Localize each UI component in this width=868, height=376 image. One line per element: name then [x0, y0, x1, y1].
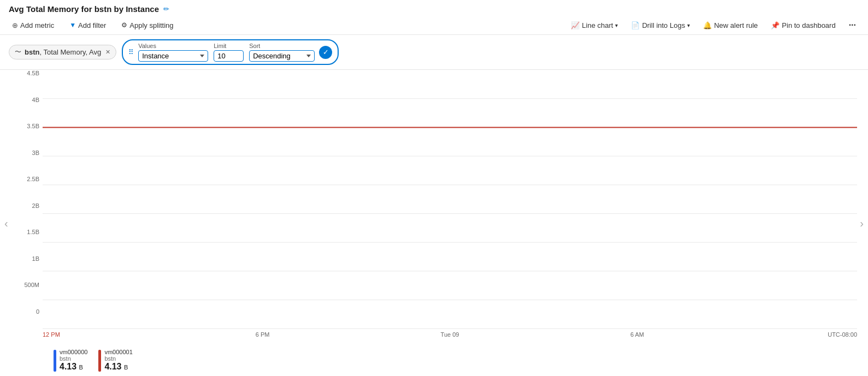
y-axis: 4.5B 4B 3.5B 3B 2.5B 2B 1.5B 1B 500M 0 [11, 70, 43, 315]
sort-select[interactable]: Descending Ascending [249, 50, 315, 62]
add-filter-label: Add filter [78, 21, 106, 29]
pin-dashboard-button[interactable]: 📌 Pin to dashboard [767, 20, 839, 31]
new-alert-label: New alert rule [714, 21, 758, 29]
legend-text-0: vm000000 bstn 4.13 B [60, 349, 87, 372]
add-filter-button[interactable]: ▼ Add filter [66, 20, 109, 31]
nav-arrow-right[interactable]: › [855, 212, 868, 234]
chart-plot [43, 70, 857, 331]
y-label-4-5b: 4.5B [27, 70, 39, 76]
y-label-3-5b: 3.5B [27, 123, 39, 129]
splitting-grip-icon: ⠿ [128, 48, 134, 56]
line-chart-button[interactable]: 📈 Line chart ▾ [568, 20, 621, 31]
legend-unit-0: B [79, 364, 83, 371]
limit-label: Limit [214, 43, 244, 49]
legend-text-1: vm000001 bstn 4.13 B [104, 349, 132, 372]
x-label-6pm: 6 PM [256, 331, 270, 338]
line-chart-icon: 📈 [571, 21, 580, 29]
legend-bstn-1: bstn [104, 355, 132, 362]
add-metric-icon: ⊕ [12, 21, 18, 29]
y-label-1b: 1B [32, 255, 39, 262]
x-label-utc: UTC-08:00 [828, 331, 857, 338]
legend-bstn-0: bstn [60, 355, 87, 362]
toolbar-left: ⊕ Add metric ▼ Add filter ⚙ Apply splitt… [9, 20, 177, 31]
header: Avg Total Memory for bstn by Instance ✏ [0, 0, 868, 16]
confirm-splitting-button[interactable]: ✓ [319, 46, 332, 59]
legend-item-0: vm000000 bstn 4.13 B [54, 349, 87, 372]
y-label-0: 0 [36, 308, 39, 315]
alert-icon: 🔔 [703, 21, 712, 29]
splitting-icon: ⚙ [121, 21, 127, 29]
values-select[interactable]: Instance Resource Group Subscription [138, 50, 208, 62]
y-label-500m: 500M [24, 282, 39, 288]
page-title: Avg Total Memory for bstn by Instance [9, 4, 159, 14]
y-label-3b: 3B [32, 150, 39, 156]
add-metric-button[interactable]: ⊕ Add metric [9, 20, 57, 31]
metric-wave-icon: 〜 [15, 47, 21, 57]
drill-logs-label: Drill into Logs [642, 21, 685, 29]
y-label-4b: 4B [32, 97, 39, 103]
metric-pill-text: bstn, Total Memory, Avg [25, 48, 101, 56]
line-chart-label: Line chart [582, 21, 613, 29]
legend-item-1: vm000001 bstn 4.13 B [98, 349, 132, 372]
page-wrapper: Avg Total Memory for bstn by Instance ✏ … [0, 0, 868, 376]
drill-logs-chevron-icon: ▾ [687, 22, 690, 28]
apply-splitting-button[interactable]: ⚙ Apply splitting [118, 20, 176, 31]
x-label-12pm: 12 PM [43, 331, 60, 338]
legend-bar-1 [98, 350, 101, 372]
toolbar: ⊕ Add metric ▼ Add filter ⚙ Apply splitt… [0, 16, 868, 35]
filter-icon: ▼ [69, 21, 76, 29]
sort-label: Sort [249, 43, 315, 49]
sort-field: Sort Descending Ascending [249, 43, 315, 62]
legend-vm-1: vm000001 [104, 349, 132, 355]
metric-pill-close[interactable]: ✕ [105, 49, 110, 56]
y-label-2b: 2B [32, 202, 39, 209]
more-options-button[interactable]: ··· [846, 19, 859, 31]
splitting-box: ⠿ Values Instance Resource Group Subscri… [122, 39, 339, 65]
legend-bar-0 [54, 350, 56, 372]
pin-icon: 📌 [771, 21, 780, 29]
line-chart-chevron-icon: ▾ [615, 22, 618, 28]
metric-pill: 〜 bstn, Total Memory, Avg ✕ [9, 45, 116, 59]
new-alert-button[interactable]: 🔔 New alert rule [700, 20, 761, 31]
drill-logs-button[interactable]: 📄 Drill into Logs ▾ [628, 20, 693, 31]
legend-value-0: 4.13 B [60, 362, 87, 372]
limit-field: Limit [214, 43, 244, 62]
values-label: Values [138, 43, 208, 49]
apply-splitting-label: Apply splitting [129, 21, 173, 29]
legend-unit-1: B [124, 364, 128, 371]
nav-arrow-left[interactable]: ‹ [0, 212, 13, 234]
pin-dashboard-label: Pin to dashboard [782, 21, 835, 29]
chart-svg [43, 70, 857, 331]
chart-area: 4.5B 4B 3.5B 3B 2.5B 2B 1.5B 1B 500M 0 [11, 70, 857, 331]
x-label-tue09: Tue 09 [441, 331, 459, 338]
legend-value-1: 4.13 B [104, 362, 132, 372]
chart-container: ‹ › 4.5B 4B 3.5B 3B 2.5B 2B 1.5B 1B 500M… [0, 70, 868, 376]
x-label-6am: 6 AM [630, 331, 644, 338]
limit-input[interactable] [214, 50, 244, 62]
x-axis: 12 PM 6 PM Tue 09 6 AM UTC-08:00 [43, 331, 857, 344]
drill-logs-icon: 📄 [631, 21, 640, 29]
legend-vm-0: vm000000 [60, 349, 87, 355]
y-label-2-5b: 2.5B [27, 176, 39, 182]
legend: vm000000 bstn 4.13 B vm000001 bstn 4.13 … [11, 344, 857, 376]
chart-inner: 4.5B 4B 3.5B 3B 2.5B 2B 1.5B 1B 500M 0 [11, 70, 857, 376]
values-field: Values Instance Resource Group Subscript… [138, 43, 208, 62]
y-label-1-5b: 1.5B [27, 229, 39, 235]
add-metric-label: Add metric [20, 21, 54, 29]
filter-row: 〜 bstn, Total Memory, Avg ✕ ⠿ Values Ins… [0, 35, 868, 70]
toolbar-right: 📈 Line chart ▾ 📄 Drill into Logs ▾ 🔔 New… [568, 19, 859, 31]
edit-icon[interactable]: ✏ [163, 5, 169, 13]
